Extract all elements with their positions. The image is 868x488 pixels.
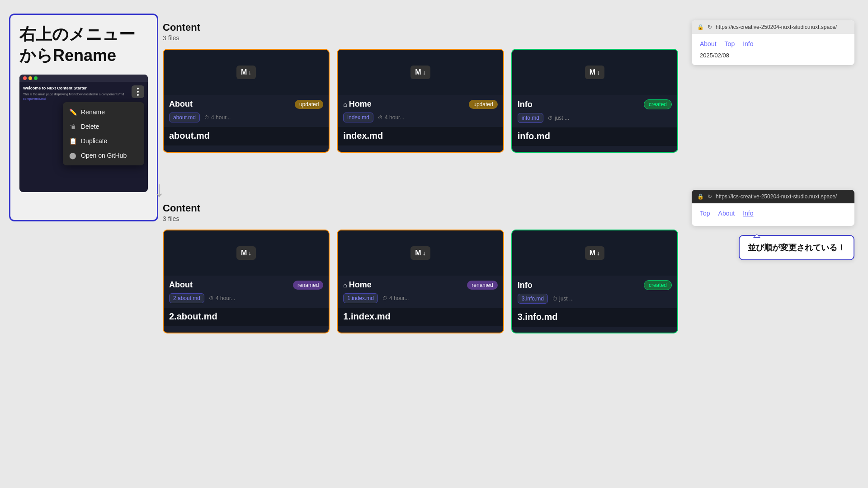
lock-icon: 🔒 <box>697 24 704 30</box>
time-home-bottom: ⏱4 hour... <box>382 295 409 301</box>
card-about-bottom: M↓ About renamed 2.about.md ⏱4 hour... 2… <box>163 230 330 333</box>
delete-label: Delete <box>81 123 99 130</box>
card-body-info-top: Info created info.md ⏱just ... <box>512 95 677 127</box>
github-label: Open on GitHub <box>81 152 127 159</box>
card-meta-home-bottom: 1.index.md ⏱4 hour... <box>343 293 497 303</box>
card-filename-about-top: about.md <box>164 127 329 145</box>
file-chip-home-top: index.md <box>343 113 373 122</box>
card-meta-info-bottom: 3.info.md ⏱just ... <box>518 294 672 304</box>
nav-about-bottom[interactable]: About <box>718 210 735 217</box>
card-name-about-bottom: About <box>169 280 193 290</box>
nav-info-top[interactable]: Info <box>743 40 753 47</box>
duplicate-label: Duplicate <box>81 137 107 145</box>
card-body-about-top: About updated about.md ⏱4 hour... <box>164 95 329 127</box>
card-body-about-bottom: About renamed 2.about.md ⏱4 hour... <box>164 276 329 308</box>
card-info-top: M↓ Info created info.md ⏱just ... info.m… <box>511 49 678 153</box>
badge-about-bottom: renamed <box>293 281 323 290</box>
nav-top-top[interactable]: Top <box>725 40 735 47</box>
mini-title: Welcome to Nuxt Content Starter <box>23 85 144 91</box>
markdown-arrow2: ↓ <box>423 69 426 76</box>
mini-text: Welcome to Nuxt Content Starter This is … <box>23 85 144 101</box>
card-meta-about-top: about.md ⏱4 hour... <box>169 113 323 122</box>
card-name-info-bottom: Info <box>518 281 533 290</box>
mini-screen-titlebar <box>19 75 148 82</box>
markdown-icon-about-top: M↓ <box>236 66 256 79</box>
menu-item-github[interactable]: ⬤ Open on GitHub <box>63 148 144 163</box>
section-heading-top: Content <box>163 22 678 33</box>
time-info-bottom: ⏱just ... <box>552 296 574 302</box>
card-preview-about-bottom: M↓ <box>164 230 329 276</box>
context-menu: ✏️ Rename 🗑 Delete 📋 Duplicate ⬤ Open on… <box>63 102 144 165</box>
dot3 <box>137 94 139 96</box>
card-preview-about-top: M↓ <box>164 50 329 95</box>
card-preview-home-bottom: M↓ <box>338 230 503 276</box>
card-info-bottom: M↓ Info created 3.info.md ⏱just ... 3.in… <box>511 230 678 333</box>
markdown-m3: M <box>590 68 595 76</box>
menu-dots-button[interactable] <box>132 85 144 98</box>
down-arrow-indicator: ↓ <box>154 178 165 200</box>
file-chip-about-bottom: 2.about.md <box>169 293 204 303</box>
card-name-home-bottom: ⌂Home <box>343 280 371 290</box>
badge-home-bottom: renamed <box>467 281 497 290</box>
file-chip-about-top: about.md <box>169 113 200 122</box>
nav-top-bottom[interactable]: Top <box>700 210 710 217</box>
markdown-icon-home-top: M↓ <box>410 66 430 79</box>
card-header-info-bottom: Info created <box>518 280 672 290</box>
menu-item-rename[interactable]: ✏️ Rename <box>63 105 144 119</box>
card-filename-about-bottom: 2.about.md <box>164 308 329 326</box>
section-count-top: 3 files <box>163 34 678 42</box>
browser-top-right: 🔒 ↻ https://ics-creative-250204-nuxt-stu… <box>692 20 854 65</box>
traffic-light-yellow <box>28 76 32 80</box>
card-name-home-top: ⌂Home <box>343 99 371 109</box>
markdown-icon-home-bottom: M↓ <box>410 246 430 260</box>
browser-url-top: https://ics-creative-250204-nuxt-studio.… <box>716 24 849 30</box>
section-heading-bottom: Content <box>163 202 678 214</box>
clock-icon-about: ⏱ <box>204 115 209 120</box>
markdown-arrow3: ↓ <box>597 69 600 76</box>
card-body-home-bottom: ⌂Home renamed 1.index.md ⏱4 hour... <box>338 276 503 308</box>
rename-label: Rename <box>81 108 105 116</box>
mini-link: components/md <box>23 97 144 101</box>
dot1 <box>137 88 139 89</box>
clock-icon-info: ⏱ <box>548 115 553 121</box>
menu-item-duplicate[interactable]: 📋 Duplicate <box>63 134 144 148</box>
card-meta-about-bottom: 2.about.md ⏱4 hour... <box>169 293 323 303</box>
browser-content-bottom: Top About Info <box>692 203 854 226</box>
instruction-title: 右上のメニューからRename <box>19 24 148 66</box>
markdown-m2: M <box>415 68 421 76</box>
file-chip-home-bottom: 1.index.md <box>343 293 378 303</box>
browser-address-bar-bottom: 🔒 ↻ https://ics-creative-250204-nuxt-stu… <box>692 190 854 203</box>
nav-about-top[interactable]: About <box>700 40 717 47</box>
refresh-icon: ↻ <box>708 24 712 30</box>
duplicate-icon: 📋 <box>69 137 76 145</box>
home-icon-bottom: ⌂ <box>343 282 347 289</box>
nav-info-bottom[interactable]: Info <box>743 210 753 217</box>
callout-box: 並び順が変更されている！ <box>739 235 854 260</box>
card-header-about-top: About updated <box>169 99 323 109</box>
badge-info-bottom: created <box>644 280 672 290</box>
callout-text: 並び順が変更されている！ <box>748 243 845 252</box>
card-home-bottom: M↓ ⌂Home renamed 1.index.md ⏱4 hour... 1… <box>337 230 504 333</box>
dot2 <box>137 91 139 93</box>
card-about-top: M↓ About updated about.md ⏱4 hour... abo… <box>163 49 330 153</box>
mini-screen: Welcome to Nuxt Content Starter This is … <box>19 75 148 192</box>
browser-url-bottom: https://ics-creative-250204-nuxt-studio.… <box>716 193 849 200</box>
cards-grid-bottom: M↓ About renamed 2.about.md ⏱4 hour... 2… <box>163 230 678 333</box>
card-name-info-top: Info <box>518 100 533 109</box>
clock-icon-home: ⏱ <box>378 115 383 120</box>
section-count-bottom: 3 files <box>163 215 678 222</box>
card-meta-info-top: info.md ⏱just ... <box>518 113 672 123</box>
card-filename-home-top: index.md <box>338 127 503 145</box>
markdown-m: M <box>241 68 247 76</box>
card-header-home-top: ⌂Home updated <box>343 99 497 109</box>
card-header-about-bottom: About renamed <box>169 280 323 290</box>
card-filename-home-bottom: 1.index.md <box>338 308 503 326</box>
markdown-icon-about-bottom: M↓ <box>236 246 256 260</box>
card-header-info-top: Info created <box>518 99 672 109</box>
card-preview-info-top: M↓ <box>512 50 677 95</box>
menu-item-delete[interactable]: 🗑 Delete <box>63 119 144 134</box>
lock-icon-bottom: 🔒 <box>697 193 704 200</box>
home-icon-top: ⌂ <box>343 101 347 108</box>
markdown-arrow: ↓ <box>248 69 251 76</box>
badge-home-top: updated <box>469 100 497 109</box>
